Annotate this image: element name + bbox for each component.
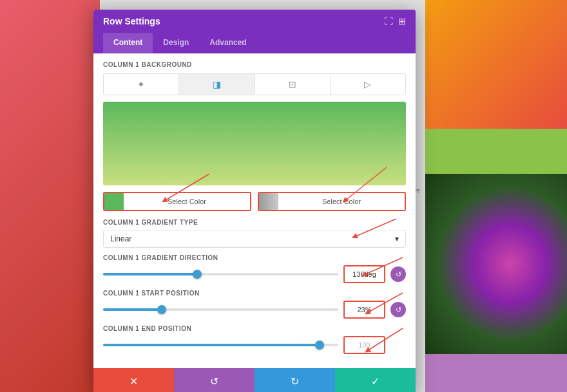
end-position-fill <box>103 344 315 346</box>
start-position-track <box>103 308 338 311</box>
end-position-thumb[interactable] <box>315 341 324 350</box>
panel-header: Row Settings ⛶ ⊞ <box>93 10 416 33</box>
row-settings-panel: Row Settings ⛶ ⊞ Content Design Advanced… <box>93 10 416 392</box>
gradient-direction-fill <box>103 273 193 275</box>
cancel-icon: ✕ <box>130 375 138 387</box>
bg-type-row: ✦ ◨ ⊡ ▷ <box>103 73 406 95</box>
dropdown-arrow-icon: ▾ <box>395 234 399 243</box>
start-position-slider[interactable] <box>103 308 338 311</box>
bg-type-none[interactable]: ✦ <box>104 74 179 95</box>
gradient-direction-label: Column 1 Gradient Direction <box>103 254 406 261</box>
panel-header-icons: ⛶ ⊞ <box>384 16 406 26</box>
bg-type-video[interactable]: ▷ <box>331 74 405 95</box>
gradient-direction-section: Column 1 Gradient Direction ↺ <box>103 254 406 283</box>
start-position-reset[interactable]: ↺ <box>390 302 406 317</box>
end-position-slider[interactable] <box>103 344 338 346</box>
bg-right-top <box>425 0 567 129</box>
fullscreen-icon[interactable]: ⛶ <box>384 16 393 26</box>
gradient-direction-track <box>103 273 338 275</box>
start-position-input[interactable] <box>343 301 385 319</box>
end-position-row: ↺ <box>103 336 406 354</box>
end-position-section: Column 1 End Position ↺ <box>103 325 406 354</box>
none-icon: ✦ <box>137 79 145 89</box>
save-icon: ✓ <box>371 375 380 387</box>
start-position-thumb[interactable] <box>157 305 166 314</box>
gradient-direction-input[interactable] <box>343 265 385 283</box>
cancel-button[interactable]: ✕ <box>93 368 174 392</box>
video-icon: ▷ <box>364 79 371 89</box>
photo-area <box>425 174 567 354</box>
bg-type-gradient[interactable]: ◨ <box>179 74 255 95</box>
bg-coral <box>0 0 100 392</box>
color-swatch-1 <box>104 193 124 210</box>
color-selector-2-label: Select Color <box>278 198 405 205</box>
redo-button[interactable]: ↻ <box>255 368 335 392</box>
color-selector-1[interactable]: Select Color <box>103 192 251 211</box>
redo-icon: ↻ <box>291 375 299 387</box>
tab-content[interactable]: Content <box>103 33 153 53</box>
gradient-direction-slider[interactable] <box>103 273 338 275</box>
color-selector-1-label: Select Color <box>124 198 250 205</box>
color-swatch-2 <box>259 193 278 210</box>
gradient-type-label: Column 1 Gradient Type <box>103 219 406 226</box>
reset-icon: ↺ <box>210 375 218 387</box>
gradient-type-value: Linear <box>110 234 131 243</box>
panel-footer: ✕ ↺ ↻ ✓ <box>93 368 416 392</box>
panel-tabs: Content Design Advanced <box>93 33 416 53</box>
tab-design[interactable]: Design <box>153 33 199 53</box>
panel-title: Row Settings <box>103 16 160 26</box>
gradient-type-dropdown[interactable]: Linear ▾ <box>103 230 406 248</box>
gradient-icon: ◨ <box>213 79 221 89</box>
reset-button[interactable]: ↺ <box>174 368 255 392</box>
gradient-direction-row: ↺ <box>103 265 406 283</box>
start-position-row: ↺ <box>103 301 406 319</box>
gradient-type-section: Column 1 Gradient Type Linear ▾ <box>103 219 406 248</box>
layout-icon[interactable]: ⊞ <box>398 16 406 26</box>
gradient-direction-reset[interactable]: ↺ <box>390 266 406 282</box>
section-title: Column 1 Background <box>103 61 406 68</box>
gradient-direction-thumb[interactable] <box>193 270 202 279</box>
start-position-section: Column 1 Start Position ↺ <box>103 290 406 319</box>
end-position-input[interactable] <box>343 336 385 354</box>
bg-type-image[interactable]: ⊡ <box>255 74 331 95</box>
panel-body: Column 1 Background ✦ ◨ ⊡ ▷ Select Color <box>93 53 416 368</box>
save-button[interactable]: ✓ <box>335 368 416 392</box>
end-position-track <box>103 344 338 346</box>
image-icon: ⊡ <box>289 79 296 89</box>
photo-flower <box>425 174 567 354</box>
start-position-fill <box>103 308 157 311</box>
tab-advanced[interactable]: Advanced <box>199 33 256 53</box>
start-position-label: Column 1 Start Position <box>103 290 406 297</box>
end-position-label: Column 1 End Position <box>103 325 406 332</box>
gradient-preview <box>103 102 406 185</box>
color-selector-2[interactable]: Select Color <box>258 192 406 211</box>
color-selectors: Select Color Select Color <box>103 192 406 211</box>
